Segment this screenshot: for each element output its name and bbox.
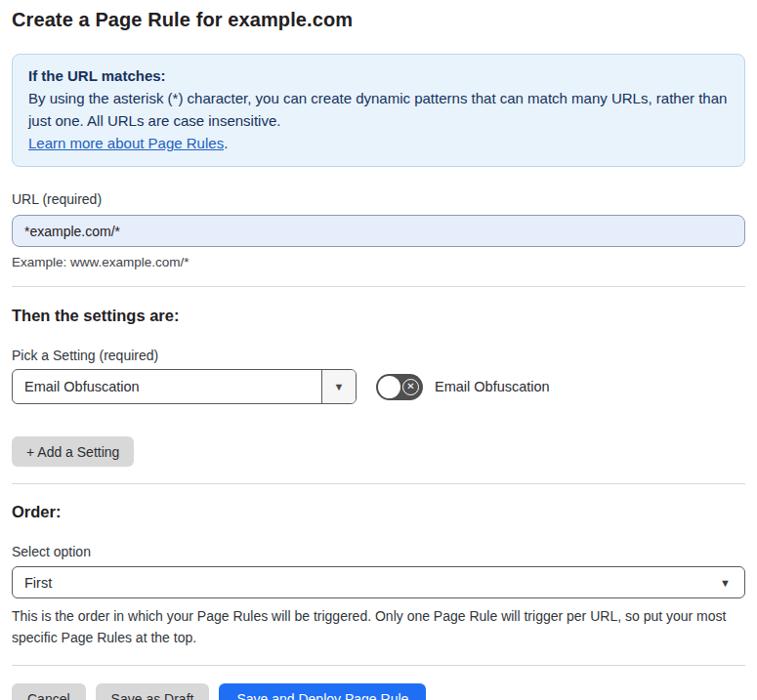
page-title: Create a Page Rule for example.com — [12, 9, 745, 31]
setting-row: Email Obfuscation ▼ ✕ Email Obfuscation — [12, 369, 745, 404]
order-select-label: Select option — [12, 544, 745, 559]
page-rule-form: Create a Page Rule for example.com If th… — [0, 9, 757, 700]
order-select[interactable]: First ▼ — [12, 566, 745, 598]
email-obfuscation-toggle-group: ✕ Email Obfuscation — [376, 374, 550, 400]
divider — [12, 665, 745, 666]
toggle-off-x-icon: ✕ — [402, 379, 419, 395]
chevron-down-icon: ▼ — [720, 577, 731, 589]
add-setting-button[interactable]: + Add a Setting — [12, 436, 134, 467]
order-select-value: First — [24, 575, 52, 591]
pick-setting-label: Pick a Setting (required) — [12, 348, 745, 363]
toggle-label: Email Obfuscation — [435, 379, 550, 394]
url-field-label: URL (required) — [12, 191, 745, 207]
url-input[interactable] — [12, 215, 745, 247]
info-box-heading: If the URL matches: — [28, 64, 729, 87]
link-suffix: . — [224, 135, 228, 151]
divider — [12, 286, 745, 287]
divider — [12, 483, 745, 484]
toggle-knob — [378, 376, 400, 398]
setting-select-value: Email Obfuscation — [13, 370, 321, 403]
footer-actions: Cancel Save as Draft Save and Deploy Pag… — [12, 683, 745, 700]
email-obfuscation-toggle[interactable]: ✕ — [376, 374, 423, 400]
info-box-link-line: Learn more about Page Rules. — [28, 132, 729, 154]
url-example-text: Example: www.example.com/* — [12, 255, 745, 269]
info-box-body: By using the asterisk (*) character, you… — [28, 87, 729, 132]
chevron-down-icon[interactable]: ▼ — [321, 370, 356, 403]
save-and-deploy-button[interactable]: Save and Deploy Page Rule — [219, 683, 426, 700]
save-as-draft-button[interactable]: Save as Draft — [96, 683, 210, 700]
settings-section-heading: Then the settings are: — [12, 307, 745, 325]
setting-select[interactable]: Email Obfuscation ▼ — [12, 369, 357, 404]
order-helper-text: This is the order in which your Page Rul… — [12, 605, 745, 648]
learn-more-link[interactable]: Learn more about Page Rules — [28, 135, 224, 151]
order-section-heading: Order: — [12, 503, 745, 521]
url-match-info-box: If the URL matches: By using the asteris… — [12, 54, 745, 167]
cancel-button[interactable]: Cancel — [12, 683, 86, 700]
